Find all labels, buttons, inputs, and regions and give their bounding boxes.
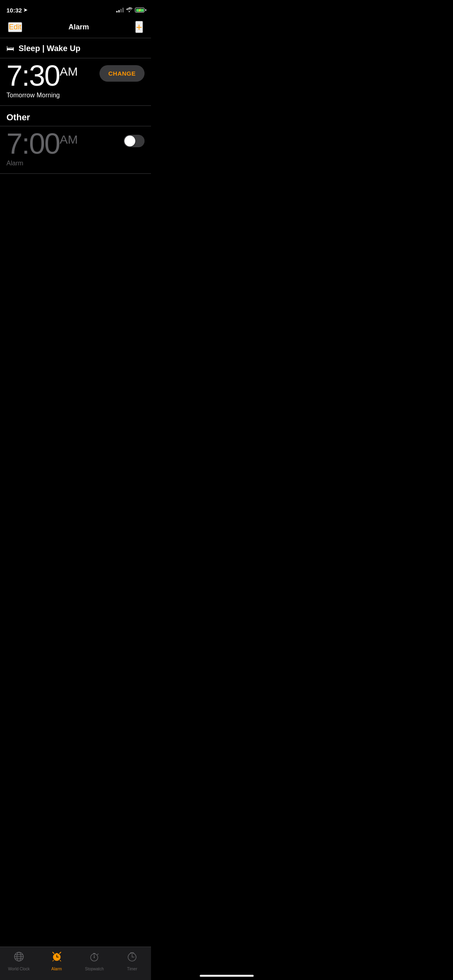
edit-button[interactable]: Edit [8,22,22,32]
location-icon: ➤ [23,7,27,13]
other-section-title: Other [0,106,151,126]
signal-bars-icon [116,8,124,12]
sleep-section-header: 🛏 Sleep | Wake Up [0,38,151,58]
other-alarm-divider [0,173,151,174]
bed-icon: 🛏 [6,44,14,53]
sleep-alarm-sublabel: Tomorrow Morning [6,92,145,99]
change-button-label: CHANGE [108,70,136,77]
sleep-title: Sleep | Wake Up [19,44,81,53]
other-alarm-row: 7:00AM Alarm [0,126,151,173]
add-alarm-button[interactable]: + [135,21,143,33]
battery-icon: ⚡ [135,8,145,12]
toggle-knob [124,136,135,146]
status-bar: 10:32 ➤ ⚡ [0,0,151,18]
other-alarm-name: Alarm [6,160,145,167]
status-time: 10:32 ➤ [6,7,27,14]
sleep-alarm-row: 7:30AM Tomorrow Morning CHANGE [0,58,151,105]
alarm-toggle-container[interactable] [124,135,145,147]
alarm-toggle[interactable] [124,135,145,147]
nav-bar: Edit Alarm + [0,18,151,38]
change-button[interactable]: CHANGE [99,65,145,82]
page-title: Alarm [68,23,89,31]
wifi-icon [126,7,132,13]
status-icons: ⚡ [116,7,145,13]
